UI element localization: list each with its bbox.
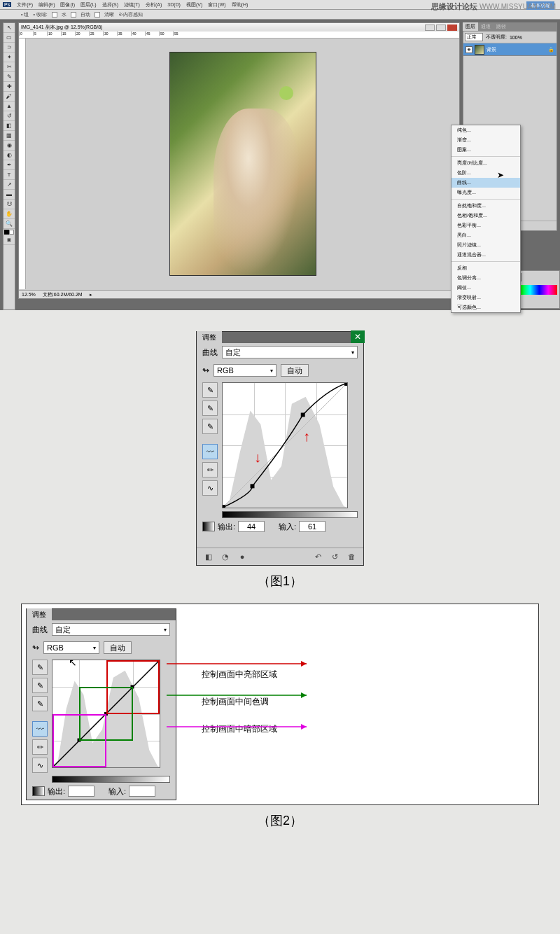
marquee-tool[interactable]: ▭ bbox=[4, 33, 15, 43]
blur-tool[interactable]: ◉ bbox=[4, 141, 15, 151]
menu-image[interactable]: 图像(I) bbox=[60, 1, 75, 8]
eyedrop-white[interactable]: ✎ bbox=[202, 419, 218, 434]
trash-icon[interactable]: 🗑 bbox=[345, 551, 358, 562]
hand-icon-2[interactable]: ↬ bbox=[32, 643, 39, 653]
zoom-tool[interactable]: 🔍 bbox=[4, 219, 15, 229]
curve-tool[interactable]: 〰 bbox=[202, 444, 218, 459]
heal-tool[interactable]: ✚ bbox=[4, 82, 15, 92]
preset-select[interactable]: 自定 bbox=[222, 346, 358, 358]
wand-tool[interactable]: ✦ bbox=[4, 53, 15, 62]
menu-curves[interactable]: 曲线... bbox=[451, 178, 520, 188]
quickmask-toggle[interactable]: ◙ bbox=[4, 235, 15, 245]
close-icon[interactable]: ✕ bbox=[351, 330, 365, 343]
menu-help[interactable]: 帮助(H) bbox=[232, 1, 248, 8]
input-field-2[interactable] bbox=[129, 786, 155, 797]
close-button[interactable] bbox=[447, 25, 457, 31]
visibility-icon[interactable]: 👁 bbox=[465, 46, 472, 53]
preset-select-2[interactable]: 自定 bbox=[52, 623, 170, 636]
opt-check3[interactable] bbox=[94, 12, 100, 18]
opt-group[interactable]: • 组 bbox=[21, 11, 29, 18]
channel-select-2[interactable]: RGB bbox=[43, 641, 99, 654]
opt-check1[interactable] bbox=[52, 12, 57, 18]
color-swatches[interactable] bbox=[4, 229, 15, 235]
eyedrop-white-2[interactable]: ✎ bbox=[32, 696, 48, 711]
menu-threshold[interactable]: 阈值... bbox=[451, 283, 520, 293]
opacity-value[interactable]: 100% bbox=[510, 35, 522, 40]
panel-tab-adjust[interactable]: 调整 bbox=[197, 331, 222, 344]
toolbox[interactable]: ↖ ▭ ⊃ ✦ ✂ ✎ ✚ 🖌 ▲ ↺ ◧ ▦ ◉ ◐ ✒ T ↗ ▬ ☋ ✋ … bbox=[3, 22, 15, 310]
hand-tool[interactable]: ✋ bbox=[4, 209, 15, 219]
eyedrop-black-2[interactable]: ✎ bbox=[32, 660, 48, 675]
curve-graph-1[interactable]: ↓ ↑ bbox=[222, 382, 348, 508]
eyedrop-black[interactable]: ✎ bbox=[202, 382, 218, 398]
3d-tool[interactable]: ☋ bbox=[4, 200, 15, 209]
path-tool[interactable]: ↗ bbox=[4, 180, 15, 190]
auto-button[interactable]: 自动 bbox=[281, 364, 309, 377]
panel-footer[interactable]: ◧ ◔ ● ↶ ↺ 🗑 bbox=[197, 548, 363, 565]
eyedrop-gray-2[interactable]: ✎ bbox=[32, 678, 48, 693]
opt-check2[interactable] bbox=[71, 12, 76, 18]
prev-icon[interactable]: ↶ bbox=[312, 551, 324, 562]
smooth-tool-2[interactable]: ∿ bbox=[32, 758, 48, 773]
layer-icon[interactable]: ◧ bbox=[202, 551, 215, 562]
panel-tab-adjust-2[interactable]: 调整 bbox=[27, 608, 52, 621]
menu-levels[interactable]: 色阶... bbox=[451, 168, 520, 178]
curve-side-tools[interactable]: ✎ ✎ ✎ 〰 ✏ ∿ bbox=[202, 382, 218, 508]
menu-exposure[interactable]: 曝光度... bbox=[451, 188, 520, 197]
menu-analyze[interactable]: 分析(A) bbox=[146, 1, 162, 8]
menu-gradientmap[interactable]: 渐变映射... bbox=[451, 293, 520, 302]
menu-3d[interactable]: 3D(D) bbox=[167, 2, 181, 7]
menu-select[interactable]: 选择(S) bbox=[102, 1, 118, 8]
gradient-tool[interactable]: ▦ bbox=[4, 131, 15, 141]
history-brush[interactable]: ↺ bbox=[4, 111, 15, 121]
lasso-tool[interactable]: ⊃ bbox=[4, 43, 15, 53]
curve-graph-2[interactable] bbox=[52, 660, 160, 768]
dodge-tool[interactable]: ◐ bbox=[4, 151, 15, 160]
auto-button-2[interactable]: 自动 bbox=[104, 641, 132, 654]
minimize-button[interactable] bbox=[425, 25, 435, 31]
menu-posterize[interactable]: 色调分离... bbox=[451, 273, 520, 283]
curve-side-tools-2[interactable]: ✎ ✎ ✎ 〰 ✏ ∿ bbox=[32, 660, 48, 773]
menu-channelmixer[interactable]: 通道混合器... bbox=[451, 250, 520, 260]
canvas[interactable] bbox=[26, 39, 459, 289]
maximize-button[interactable] bbox=[436, 25, 446, 31]
eraser-tool[interactable]: ◧ bbox=[4, 121, 15, 131]
menu-photofilter[interactable]: 照片滤镜... bbox=[451, 240, 520, 250]
blend-mode[interactable]: 正常 bbox=[465, 33, 483, 41]
menu-edit[interactable]: 编辑(E) bbox=[38, 1, 55, 8]
pencil-tool-2[interactable]: ✏ bbox=[32, 739, 48, 755]
output-field-2[interactable] bbox=[68, 786, 94, 797]
adjustment-context-menu[interactable]: 纯色... 渐变... 图案... 亮度/对比度... 色阶... 曲线... … bbox=[451, 125, 521, 313]
panel-tabs[interactable]: 图层 通道 路径 bbox=[463, 22, 557, 31]
reset-icon[interactable]: ↺ bbox=[328, 551, 341, 562]
menu-invert[interactable]: 反相 bbox=[451, 263, 520, 273]
opt-feather[interactable]: • 收缩: bbox=[33, 11, 47, 18]
menu-colorbalance[interactable]: 色彩平衡... bbox=[451, 221, 520, 230]
menu-vibrance[interactable]: 自然饱和度... bbox=[451, 201, 520, 211]
output-field[interactable] bbox=[238, 521, 265, 532]
menu-selectivecolor[interactable]: 可选颜色... bbox=[451, 302, 520, 312]
eyedropper-tool[interactable]: ✎ bbox=[4, 72, 15, 82]
menu-filter[interactable]: 滤镜(T) bbox=[124, 1, 140, 8]
pen-tool[interactable]: ✒ bbox=[4, 160, 15, 170]
menu-solid[interactable]: 纯色... bbox=[451, 125, 520, 135]
eyedrop-gray[interactable]: ✎ bbox=[202, 400, 218, 416]
clip-icon[interactable]: ◔ bbox=[219, 551, 232, 562]
input-field[interactable] bbox=[299, 521, 326, 532]
shape-tool[interactable]: ▬ bbox=[4, 190, 15, 200]
move-tool[interactable]: ↖ bbox=[4, 23, 15, 33]
layer-row-bg[interactable]: 👁 背景 🔒 bbox=[463, 43, 556, 56]
zoom-display[interactable]: 12.5% bbox=[22, 292, 36, 297]
menu-bw[interactable]: 黑白... bbox=[451, 230, 520, 240]
menu-file[interactable]: 文件(F) bbox=[17, 1, 33, 8]
menu-pattern[interactable]: 图案... bbox=[451, 145, 520, 155]
stamp-tool[interactable]: ▲ bbox=[4, 102, 15, 111]
pencil-tool[interactable]: ✏ bbox=[202, 462, 218, 478]
channel-select[interactable]: RGB bbox=[214, 364, 276, 377]
menu-layer[interactable]: 图层(L) bbox=[80, 1, 97, 8]
hand-icon[interactable]: ↬ bbox=[202, 365, 209, 375]
curve-tool-2[interactable]: 〰 bbox=[32, 721, 48, 737]
menu-window[interactable]: 窗口(W) bbox=[208, 1, 225, 8]
tab-channels[interactable]: 通道 bbox=[478, 22, 493, 31]
tab-layers[interactable]: 图层 bbox=[463, 22, 478, 31]
